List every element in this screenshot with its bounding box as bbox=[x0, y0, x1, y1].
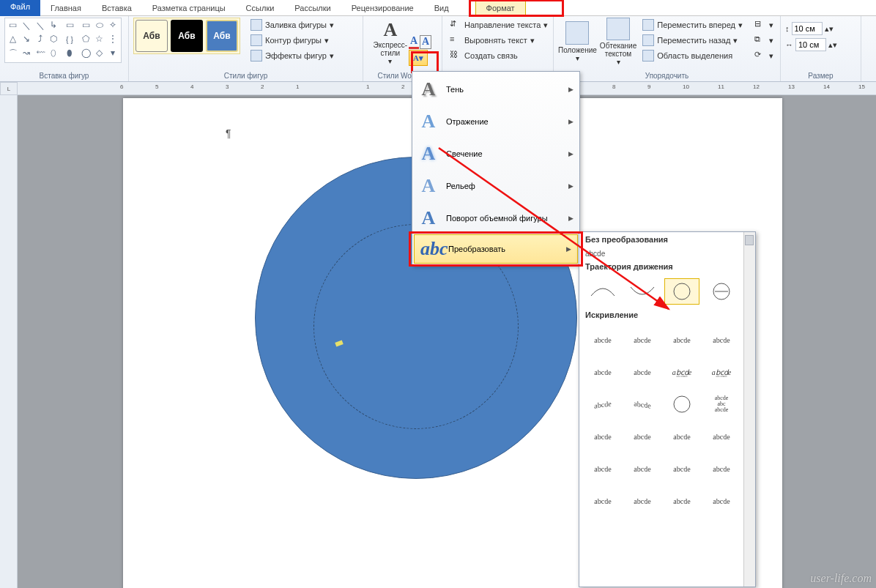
menu-3d-rotation[interactable]: AПоворот объемной фигуры▶ bbox=[412, 202, 579, 234]
warp-16[interactable]: abcde bbox=[704, 423, 739, 450]
warp-8[interactable]: ab̲c̲d̲e bbox=[704, 359, 739, 385]
express-styles-button[interactable]: A Экспресс-стили▾ bbox=[374, 18, 407, 66]
menu-transform[interactable]: abcПреобразовать▶ bbox=[414, 234, 578, 264]
text-effects-button[interactable]: A▾ bbox=[409, 50, 428, 66]
warp-22[interactable]: abcde bbox=[625, 488, 660, 514]
warp-14[interactable]: abcde bbox=[625, 423, 660, 450]
shape-outline-button[interactable]: Контур фигуры ▾ bbox=[248, 33, 337, 48]
warp-1[interactable]: abcde bbox=[585, 327, 620, 353]
warp-7[interactable]: ab̲c̲d̲e bbox=[664, 359, 699, 385]
warp-24[interactable]: abcde bbox=[704, 488, 739, 514]
gallery-scrollbar[interactable] bbox=[743, 232, 755, 587]
warp-6[interactable]: abcde bbox=[625, 359, 660, 385]
gallery-row-warp-5: abcde abcde abcde abcde bbox=[579, 453, 755, 485]
selection-pane-button[interactable]: Область выделения bbox=[639, 48, 746, 63]
shape-height: ↕▴▾ bbox=[785, 22, 837, 35]
group-label-arrange: Упорядочить bbox=[558, 70, 776, 81]
width-input[interactable] bbox=[795, 38, 826, 51]
tab-review[interactable]: Рецензирование bbox=[341, 1, 424, 15]
position-button[interactable]: Положение▾ bbox=[558, 18, 597, 66]
menu-reflection[interactable]: AОтражение▶ bbox=[412, 105, 579, 138]
rotate-button[interactable]: ⟳▾ bbox=[751, 48, 776, 63]
path-circle[interactable] bbox=[664, 278, 699, 305]
group-arrange: Положение▾ Обтекание текстом▾ Переместит… bbox=[554, 16, 781, 81]
bevel-icon: A bbox=[418, 175, 439, 197]
path-arch-down[interactable] bbox=[625, 278, 660, 305]
align-text-button[interactable]: ≡Выровнять текст ▾ bbox=[447, 33, 551, 48]
send-backward-button[interactable]: Переместить назад ▾ bbox=[639, 33, 746, 48]
path-arch[interactable] bbox=[585, 278, 620, 305]
tab-insert[interactable]: Вставка bbox=[92, 1, 142, 15]
text-fill-icon[interactable]: A bbox=[409, 35, 419, 49]
vertical-ruler[interactable] bbox=[0, 95, 18, 588]
warp-4[interactable]: abcde bbox=[704, 327, 739, 353]
warp-19[interactable]: abcde bbox=[664, 455, 699, 482]
tab-file[interactable]: Файл bbox=[0, 0, 40, 16]
menu-bevel[interactable]: AРельеф▶ bbox=[412, 170, 579, 202]
warp-17[interactable]: abcde bbox=[585, 455, 620, 482]
watermark: user-life.com bbox=[810, 572, 872, 585]
style-swatch-3[interactable]: Абв bbox=[206, 20, 238, 52]
text-direction-button[interactable]: ⇵Направление текста ▾ bbox=[447, 18, 551, 32]
shadow-icon: A bbox=[418, 78, 439, 100]
link-icon: ⛓ bbox=[450, 50, 461, 62]
text-outline-icon[interactable]: A bbox=[420, 35, 431, 49]
scroll-thumb[interactable] bbox=[745, 235, 754, 245]
warp-20[interactable]: abcde bbox=[704, 455, 739, 482]
warp-5[interactable]: abcde bbox=[585, 359, 620, 385]
style-swatch-1[interactable]: Абв bbox=[136, 20, 168, 52]
warp-11[interactable] bbox=[664, 391, 699, 417]
pen-icon bbox=[250, 34, 262, 46]
tab-mailings[interactable]: Рассылки bbox=[284, 1, 341, 15]
group-shape-styles: Абв Абв Абв Заливка фигуры ▾ Контур фигу… bbox=[129, 16, 363, 81]
wrap-text-button[interactable]: Обтекание текстом▾ bbox=[600, 18, 636, 66]
warp-3[interactable]: abcde bbox=[664, 327, 699, 353]
warp-2[interactable]: abcde bbox=[625, 327, 660, 353]
height-icon: ↕ bbox=[785, 24, 790, 33]
warp-12[interactable]: abcdeabcabcde bbox=[704, 391, 739, 417]
warp-15[interactable]: abcde bbox=[664, 423, 699, 450]
menu-glow[interactable]: AСвечение▶ bbox=[412, 138, 579, 170]
warp-18[interactable]: abcde bbox=[625, 455, 660, 482]
height-input[interactable] bbox=[792, 22, 823, 35]
paragraph-mark: ¶ bbox=[226, 127, 231, 139]
group-button[interactable]: ⧉▾ bbox=[751, 33, 776, 48]
tab-view[interactable]: Вид bbox=[424, 1, 459, 15]
position-icon bbox=[565, 21, 589, 45]
group-label-shape-styles: Стили фигур bbox=[133, 70, 358, 81]
align-text-icon: ≡ bbox=[450, 34, 461, 46]
shape-gallery[interactable]: ▭＼＼↳▭▭⬭✧ △↘⤴⬡｛｝⬠☆⋮ ⌒↝⬳⬯⬮◯◇▾ bbox=[4, 18, 122, 63]
menu-shadow[interactable]: AТень▶ bbox=[412, 73, 579, 105]
warp-10[interactable]: abcde bbox=[625, 389, 660, 420]
group-label-shapes: Вставка фигур bbox=[4, 70, 124, 81]
rotation-icon: A bbox=[418, 207, 439, 229]
path-button[interactable] bbox=[704, 278, 739, 305]
tab-references[interactable]: Ссылки bbox=[236, 1, 285, 15]
group-label-size: Размер bbox=[785, 70, 856, 81]
warp-21[interactable]: abcde bbox=[585, 488, 620, 514]
gallery-row-warp-4: abcde abcde abcde abcde bbox=[579, 420, 755, 453]
tab-home[interactable]: Главная bbox=[40, 1, 92, 15]
svg-point-0 bbox=[674, 283, 690, 299]
warp-23[interactable]: abcde bbox=[664, 488, 699, 514]
gallery-none-sample[interactable]: abcde bbox=[579, 248, 755, 259]
shape-fill-button[interactable]: Заливка фигуры ▾ bbox=[248, 18, 337, 32]
shape-style-gallery[interactable]: Абв Абв Абв bbox=[133, 18, 240, 54]
gallery-row-path bbox=[579, 275, 755, 308]
ruler-corner[interactable]: L bbox=[0, 82, 18, 95]
warp-9[interactable]: abcde bbox=[585, 389, 620, 420]
tab-strip: Файл Главная Вставка Разметка страницы С… bbox=[0, 0, 876, 16]
align-button[interactable]: ⊟▾ bbox=[751, 18, 776, 32]
bring-forward-button[interactable]: Переместить вперед ▾ bbox=[639, 18, 746, 32]
warp-13[interactable]: abcde bbox=[585, 423, 620, 450]
text-effects-menu: AТень▶ AОтражение▶ AСвечение▶ AРельеф▶ A… bbox=[412, 71, 580, 266]
create-link-button[interactable]: ⛓Создать связь bbox=[447, 48, 551, 63]
tab-format[interactable]: Формат bbox=[475, 1, 526, 15]
effects-icon bbox=[250, 50, 262, 62]
gallery-row-warp-2: abcde abcde ab̲c̲d̲e ab̲c̲d̲e bbox=[579, 356, 755, 388]
tab-page-layout[interactable]: Разметка страницы bbox=[142, 1, 236, 15]
style-swatch-2[interactable]: Абв bbox=[171, 20, 203, 52]
shape-effects-button[interactable]: Эффекты фигур ▾ bbox=[248, 48, 337, 63]
group-size: ↕▴▾ ↔▴▾ Размер bbox=[781, 16, 861, 81]
reflection-icon: A bbox=[418, 111, 439, 133]
